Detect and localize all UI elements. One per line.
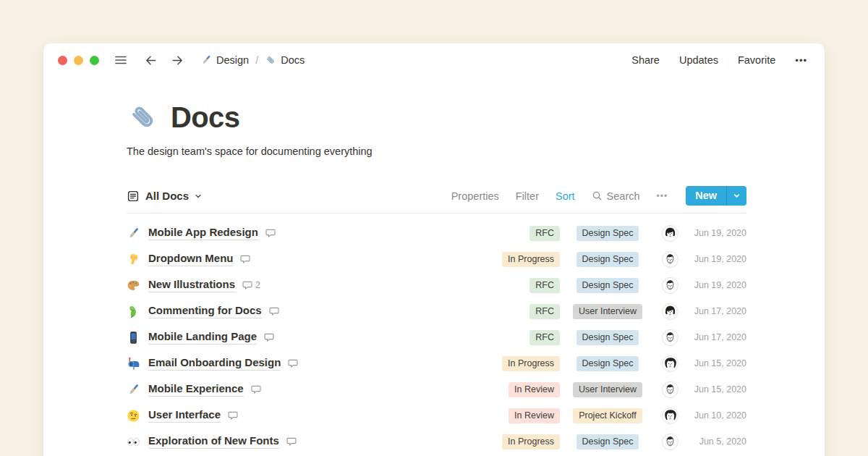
man-avatar [661, 251, 678, 268]
doc-title-link[interactable]: Commenting for Docs [148, 304, 262, 318]
doc-type-tag: Design Spec [576, 278, 639, 293]
table-row[interactable]: User Interface In Review Project Kickoff… [127, 402, 746, 428]
table-row[interactable]: Mobile App Redesign RFC Design Spec Jun … [127, 220, 746, 246]
date-label: Jun 15, 2020 [686, 384, 746, 394]
comment-count [264, 332, 277, 342]
doc-type-tag: Design Spec [576, 434, 639, 449]
view-switcher[interactable]: All Docs [127, 190, 202, 203]
woman-dark-avatar [661, 355, 678, 372]
comment-icon [242, 280, 252, 290]
comment-count [288, 358, 301, 368]
status-cell: In Progress [488, 252, 560, 267]
page-description: The design team's space for documenting … [127, 145, 746, 157]
status-tag: In Review [509, 408, 560, 423]
doc-type-cell: Design Spec [563, 226, 652, 241]
breadcrumb-item-design[interactable]: Design [200, 54, 249, 66]
table-row[interactable]: Exploration of New Fonts In Progress Des… [127, 428, 746, 455]
collection-toolbar: All Docs Properties Filter Sort Search •… [127, 184, 746, 208]
forward-arrow-icon[interactable] [171, 54, 184, 67]
new-button[interactable]: New [686, 186, 746, 206]
page-content: Docs The design team's space for documen… [43, 101, 825, 455]
comment-icon [288, 358, 298, 368]
table-row[interactable]: New Illustrations 2 RFC Design Spec Jun … [127, 272, 746, 298]
updates-button[interactable]: Updates [679, 54, 718, 66]
paperclip-icon [265, 54, 276, 66]
status-tag: In Progress [502, 252, 560, 267]
pointing-down-icon [127, 253, 140, 266]
sort-button[interactable]: Sort [556, 190, 575, 202]
share-button[interactable]: Share [631, 54, 660, 66]
table-row[interactable]: Dropdown Menu In Progress Design Spec Ju… [127, 246, 746, 272]
close-window-button[interactable] [58, 56, 67, 65]
status-tag: RFC [529, 330, 560, 345]
face-raised-eyebrow-icon [127, 409, 140, 423]
doc-type-cell: Design Spec [563, 252, 652, 267]
page-header: Docs The design team's space for documen… [127, 101, 746, 157]
zoom-window-button[interactable] [90, 56, 99, 65]
table-row[interactable]: Mobile Landing Page RFC Design Spec Jun … [127, 324, 746, 350]
date-label: Jun 19, 2020 [686, 228, 746, 238]
table-row[interactable]: Email Onboarding Design In Progress Desi… [127, 350, 746, 376]
date-label: Jun 19, 2020 [686, 280, 746, 290]
filter-button[interactable]: Filter [516, 190, 539, 202]
date-label: Jun 17, 2020 [686, 332, 746, 342]
doc-type-tag: Design Spec [576, 330, 639, 345]
status-cell: In Progress [488, 434, 560, 449]
doc-type-cell: Design Spec [563, 278, 652, 293]
table-row[interactable]: Commenting for Docs RFC User Interview J… [127, 298, 746, 324]
search-button[interactable]: Search [592, 190, 640, 202]
favorite-button[interactable]: Favorite [738, 54, 775, 66]
back-arrow-icon[interactable] [144, 54, 158, 67]
status-tag: RFC [529, 304, 560, 319]
traffic-lights [58, 56, 99, 65]
man-avatar [661, 434, 678, 450]
page-title: Docs [171, 101, 239, 134]
date-label: Jun 10, 2020 [686, 410, 746, 421]
doc-title-link[interactable]: New Illustrations [148, 278, 235, 292]
doc-title-link[interactable]: Dropdown Menu [148, 252, 233, 266]
doc-title-link[interactable]: Email Onboarding Design [148, 356, 281, 371]
comment-icon [269, 306, 279, 316]
breadcrumb: Design / Docs [200, 54, 305, 66]
menu-icon[interactable] [114, 53, 128, 67]
more-options-icon[interactable]: ••• [795, 55, 807, 66]
minimize-window-button[interactable] [74, 56, 83, 65]
window-topbar: Design / Docs Share Updates Favorite ••• [43, 43, 825, 77]
new-button-chevron[interactable] [726, 186, 746, 206]
chevron-down-icon [733, 192, 741, 200]
properties-button[interactable]: Properties [451, 190, 499, 202]
table-row[interactable]: Mobile Experience In Review User Intervi… [127, 376, 746, 402]
doc-title-link[interactable]: Mobile Experience [148, 382, 244, 397]
paintbrush-icon [200, 54, 212, 66]
mailbox-icon [127, 357, 140, 371]
man-avatar [661, 381, 678, 398]
status-cell: In Review [488, 382, 560, 397]
status-tag: In Review [509, 382, 560, 397]
date-label: Jun 17, 2020 [686, 306, 746, 316]
status-cell: In Progress [488, 356, 560, 371]
comment-icon [265, 228, 276, 238]
woman-headphones-avatar [661, 225, 678, 242]
doc-title-link[interactable]: User Interface [148, 408, 221, 423]
comment-count [251, 384, 264, 394]
doc-title-link[interactable]: Mobile Landing Page [148, 330, 257, 345]
comment-count [286, 436, 299, 447]
woman-dark-avatar [661, 408, 678, 424]
status-tag: In Progress [502, 356, 560, 371]
doc-type-tag: User Interview [573, 382, 642, 397]
doc-title-link[interactable]: Exploration of New Fonts [148, 434, 279, 449]
search-icon [592, 190, 603, 201]
mobile-phone-icon [127, 331, 140, 345]
new-button-label[interactable]: New [686, 186, 726, 206]
toolbar-more-icon[interactable]: ••• [657, 191, 668, 201]
chevron-down-icon [195, 193, 202, 200]
doc-type-tag: Design Spec [576, 226, 639, 241]
date-label: Jun 15, 2020 [686, 358, 746, 368]
doc-type-tag: Design Spec [576, 252, 639, 267]
breadcrumb-item-docs[interactable]: Docs [265, 54, 305, 66]
doc-type-tag: Design Spec [576, 356, 639, 371]
doc-type-cell: User Interview [563, 382, 652, 397]
paintbrush-icon [127, 227, 140, 240]
status-tag: RFC [529, 226, 560, 241]
doc-title-link[interactable]: Mobile App Redesign [148, 226, 258, 240]
